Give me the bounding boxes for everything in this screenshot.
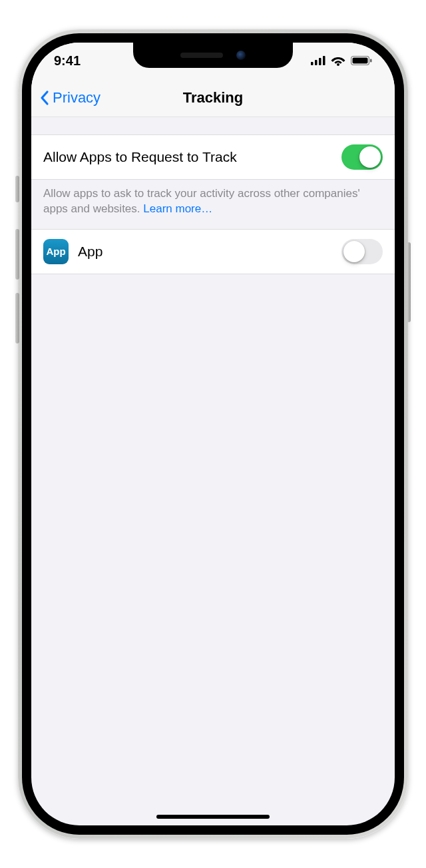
screen: 9:41 (31, 43, 395, 825)
row-allow-apps-to-request-to-track: Allow Apps to Request to Track (31, 134, 395, 180)
allow-tracking-label: Allow Apps to Request to Track (43, 149, 341, 165)
speaker-grille (180, 53, 223, 58)
svg-rect-3 (323, 56, 325, 65)
svg-rect-0 (311, 62, 314, 65)
settings-content: Allow Apps to Request to Track Allow app… (31, 117, 395, 274)
side-button (407, 242, 411, 322)
svg-rect-1 (315, 60, 318, 65)
learn-more-link[interactable]: Learn more… (143, 202, 212, 215)
battery-icon (351, 56, 372, 65)
cellular-icon (311, 56, 325, 65)
wifi-icon (331, 55, 345, 66)
notch (133, 43, 293, 68)
silent-switch (15, 176, 19, 202)
allow-tracking-toggle[interactable] (341, 144, 383, 170)
svg-rect-6 (353, 58, 368, 64)
nav-bar: Privacy Tracking (31, 79, 395, 117)
back-label: Privacy (53, 89, 101, 107)
back-button[interactable]: Privacy (39, 79, 101, 116)
status-icons (311, 55, 372, 66)
app-icon: App (43, 239, 69, 264)
app-tracking-toggle[interactable] (341, 239, 383, 264)
front-camera (236, 51, 246, 60)
chevron-left-icon (39, 90, 50, 106)
phone-frame: 9:41 (18, 29, 408, 839)
svg-rect-2 (319, 58, 321, 65)
svg-point-4 (337, 63, 339, 66)
page-title: Tracking (183, 89, 243, 107)
svg-rect-7 (370, 59, 372, 63)
app-name-label: App (78, 244, 341, 260)
home-indicator[interactable] (156, 815, 270, 819)
allow-tracking-description: Allow apps to ask to track your activity… (31, 180, 395, 229)
volume-down-button (15, 293, 19, 343)
row-app: AppApp (31, 229, 395, 274)
volume-up-button (15, 229, 19, 280)
app-list: AppApp (31, 229, 395, 274)
status-time: 9:41 (54, 53, 81, 69)
